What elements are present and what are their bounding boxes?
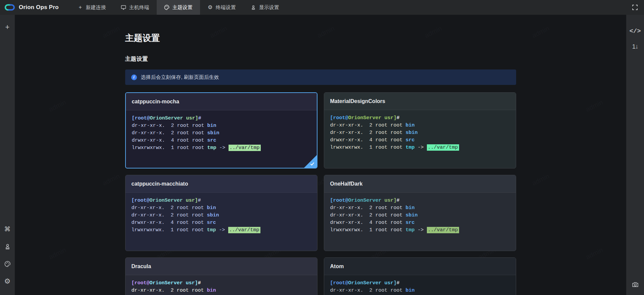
terminal-line: drwxr-xr-x. 4 root root src — [330, 219, 510, 227]
brand: Orion Ops Pro — [0, 0, 64, 15]
terminal-text: lrwxrwxrwx. 1 root root — [132, 227, 207, 233]
tab-terminal-settings[interactable]: ⚙ 终端设置 — [200, 0, 243, 15]
terminal-line: dr-xr-xr-x. 2 root root sbin — [330, 129, 510, 137]
tab-theme-settings[interactable]: 主题设置 — [157, 0, 200, 15]
fullscreen-icon[interactable] — [632, 4, 638, 10]
terminal-line: dr-xr-xr-x. 2 root root sbin — [132, 212, 311, 219]
terminal-line: dr-xr-xr-x. 2 root root bin — [330, 122, 510, 129]
theme-name: catppuccin-mocha — [132, 99, 179, 105]
prompt-host: OrionServer — [150, 280, 183, 286]
theme-terminal-preview: [root@OrionServer usr]# dr-xr-xr-x. 2 ro… — [126, 110, 317, 156]
terminal-line: drwxr-xr-x. 4 root root src — [132, 137, 311, 144]
terminal-symlink-target: ../var/tmp — [427, 227, 459, 233]
prompt-path: usr] — [382, 280, 397, 286]
sort-icon[interactable]: 1↓ — [630, 42, 640, 52]
theme-terminal-preview: [root@OrionServer usr]# dr-xr-xr-x. 2 ro… — [324, 110, 516, 156]
prompt-hash: # — [198, 115, 201, 121]
prompt-hash: # — [397, 115, 400, 121]
main-tabs: + 新建连接 主机终端 主题设置 ⚙ 终端设置 — [70, 0, 287, 15]
prompt-host: OrionServer — [348, 198, 382, 203]
terminal-filename: tmp — [406, 145, 415, 150]
terminal-filename: tmp — [207, 227, 216, 233]
watermark-text: admin — [48, 98, 67, 113]
theme-card-header: Dracula — [126, 258, 317, 275]
terminal-filename: bin — [406, 205, 415, 211]
prompt-path: usr] — [183, 115, 198, 121]
terminal-text: lrwxrwxrwx. 1 root root — [330, 227, 406, 233]
terminal-filename: bin — [207, 123, 216, 129]
terminal-filename: bin — [207, 288, 216, 293]
terminal-text: dr-xr-xr-x. 2 root root — [132, 212, 207, 218]
info-icon: i — [131, 75, 137, 80]
terminal-prompt-line: [root@OrionServer usr]# — [330, 280, 510, 287]
terminal-symlink-target: ../var/tmp — [427, 144, 459, 151]
theme-card[interactable]: catppuccin-mocha [root@OrionServer usr]#… — [125, 92, 317, 168]
terminal-symlink-target: ../var/tmp — [229, 145, 261, 151]
terminal-line: dr-xr-xr-x. 2 root root bin — [330, 204, 510, 212]
prompt-path: usr] — [183, 198, 198, 203]
terminal-text: dr-xr-xr-x. 2 root root — [330, 205, 406, 211]
terminal-text: dr-xr-xr-x. 2 root root — [330, 122, 406, 128]
theme-card[interactable]: catppuccin-macchiato [root@OrionServer u… — [125, 175, 317, 251]
user-icon[interactable] — [2, 241, 12, 251]
tab-host-terminal[interactable]: 主机终端 — [113, 0, 157, 15]
terminal-line: dr-xr-xr-x. 2 root root bin — [330, 287, 510, 294]
prompt-hash: # — [397, 280, 400, 286]
terminal-line: drwxr-xr-x. 4 root root src — [330, 137, 510, 144]
prompt-user: [root@ — [330, 280, 348, 286]
prompt-user: [root@ — [132, 115, 150, 121]
terminal-prompt-line: [root@OrionServer usr]# — [132, 115, 311, 122]
add-connection-icon[interactable]: + — [2, 22, 12, 32]
theme-name: Atom — [330, 263, 344, 269]
theme-name: Dracula — [132, 263, 151, 269]
prompt-user: [root@ — [330, 198, 348, 203]
prompt-hash: # — [198, 280, 201, 286]
terminal-filename: tmp — [207, 145, 216, 151]
code-icon[interactable]: </> — [630, 26, 640, 36]
terminal-prompt-line: [root@OrionServer usr]# — [132, 197, 311, 204]
terminal-line: dr-xr-xr-x. 2 root root bin — [132, 287, 311, 294]
monitor-icon — [121, 5, 127, 10]
command-icon[interactable]: ⌘ — [2, 224, 12, 234]
terminal-text: dr-xr-xr-x. 2 root root — [330, 212, 406, 218]
terminal-prompt-line: [root@OrionServer usr]# — [330, 114, 510, 122]
theme-card[interactable]: Atom [root@OrionServer usr]# dr-xr-xr-x.… — [324, 257, 516, 295]
terminal-line: lrwxrwxrwx. 1 root root tmp -> ../var/tm… — [330, 144, 510, 151]
terminal-filename: src — [406, 220, 415, 226]
theme-terminal-preview: [root@OrionServer usr]# dr-xr-xr-x. 2 ro… — [126, 193, 317, 238]
theme-card[interactable]: MaterialDesignColors [root@OrionServer u… — [324, 92, 516, 168]
tab-new-connection[interactable]: + 新建连接 — [70, 0, 113, 15]
prompt-hash: # — [397, 198, 400, 203]
terminal-filename: bin — [406, 288, 415, 293]
tab-label: 新建连接 — [86, 4, 106, 11]
gear-icon[interactable]: ⚙ — [2, 276, 12, 286]
theme-card-header: catppuccin-macchiato — [126, 175, 317, 193]
theme-name: catppuccin-macchiato — [132, 181, 188, 187]
theme-card[interactable]: OneHalfDark [root@OrionServer usr]# dr-x… — [324, 175, 516, 251]
app-logo-icon — [4, 3, 15, 12]
app-title: Orion Ops Pro — [19, 4, 59, 11]
terminal-text: dr-xr-xr-x. 2 root root — [330, 130, 406, 136]
palette-icon — [164, 5, 170, 10]
prompt-path: usr] — [382, 198, 397, 203]
check-icon — [310, 161, 315, 168]
terminal-line: dr-xr-xr-x. 2 root root bin — [132, 122, 311, 130]
theme-terminal-preview: [root@OrionServer usr]# dr-xr-xr-x. 2 ro… — [126, 275, 317, 295]
terminal-symlink-target: ../var/tmp — [228, 227, 260, 233]
theme-card-header: MaterialDesignColors — [324, 93, 516, 110]
theme-card-header: Atom — [324, 258, 516, 275]
terminal-line: lrwxrwxrwx. 1 root root tmp -> ../var/tm… — [132, 144, 311, 152]
theme-card[interactable]: Dracula [root@OrionServer usr]# dr-xr-xr… — [125, 257, 317, 295]
tab-label: 显示设置 — [259, 4, 279, 11]
prompt-user: [root@ — [132, 198, 150, 203]
watermark-text: admin — [101, 172, 121, 187]
terminal-prompt-line: [root@OrionServer usr]# — [132, 280, 311, 287]
terminal-filename: src — [207, 138, 216, 143]
palette-icon[interactable] — [2, 259, 12, 269]
terminal-text: drwxr-xr-x. 4 root root — [132, 220, 207, 226]
page-title: 主题设置 — [125, 32, 516, 44]
terminal-text: drwxr-xr-x. 4 root root — [330, 220, 406, 226]
prompt-hash: # — [198, 198, 201, 203]
tab-display-settings[interactable]: 显示设置 — [243, 0, 287, 15]
camera-icon[interactable] — [630, 280, 640, 290]
